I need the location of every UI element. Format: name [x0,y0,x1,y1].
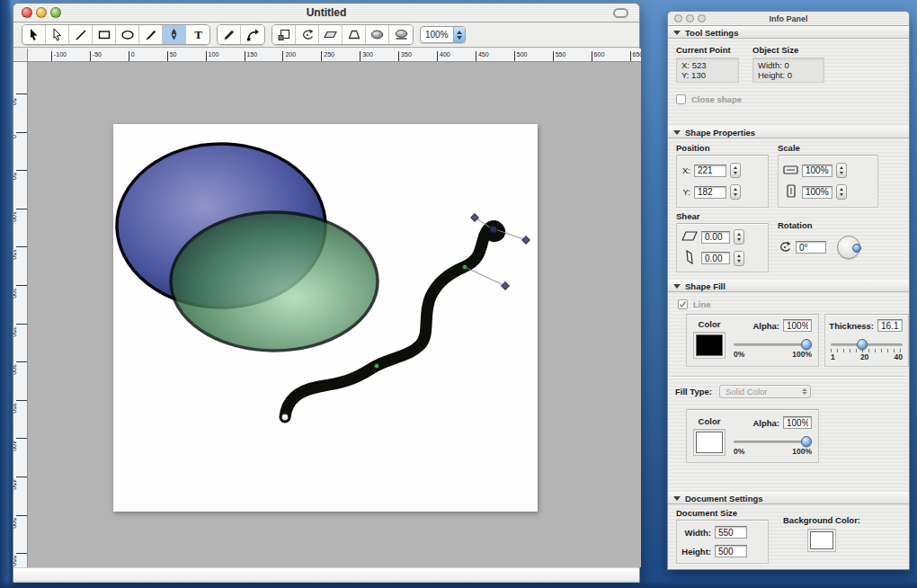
thickness-min-label: 1 [831,352,835,361]
tool-group-path [217,24,265,45]
gradient-tool-button[interactable] [366,25,389,44]
line-color-swatch[interactable] [696,334,723,356]
distort-icon [347,28,361,41]
position-x-field[interactable] [694,165,726,177]
text-tool-button[interactable]: T [186,25,209,44]
fill-alpha-field[interactable] [783,416,812,429]
position-y-stepper[interactable] [730,184,741,200]
position-x-stepper[interactable] [730,163,741,178]
disclosure-triangle-icon[interactable] [673,130,681,135]
pen-icon [167,28,181,41]
ruler-tick: 650 [630,51,631,62]
scale-vertical-stepper[interactable] [836,184,847,200]
section-title: Shape Fill [685,281,726,291]
ruler-tick: 300 [360,51,361,62]
anchor-point[interactable] [462,264,467,269]
green-ellipse-shape[interactable] [171,212,378,351]
shear-vertical-stepper[interactable] [734,251,744,266]
section-header-tool-settings[interactable]: Tool Settings [668,26,909,39]
anchor-point[interactable] [374,363,378,368]
shear-horizontal-stepper[interactable] [734,229,744,245]
convert-point-tool-button[interactable] [241,25,264,44]
rotate-tool-button[interactable] [296,25,319,44]
zoom-control[interactable]: 100% [420,26,466,43]
zoom-stepper[interactable] [453,26,465,43]
ruler-tick: 400 [437,51,438,62]
ruler-tick: 200 [16,285,27,286]
line-checkbox[interactable] [678,299,688,309]
doc-width-field[interactable] [715,526,747,539]
fill-color-well[interactable] [693,429,726,456]
brush-tool-button[interactable] [139,25,163,44]
ellipse-tool-button[interactable] [116,25,139,44]
disclosure-triangle-icon[interactable] [673,284,681,289]
background-color-well[interactable] [807,529,836,552]
fill-alpha-slider-knob[interactable] [801,436,812,447]
pencil-tool-button[interactable] [218,25,241,44]
info-panel-title: Info Panel [668,14,909,23]
canvas-area[interactable] [28,62,641,567]
shear-vertical-field[interactable] [701,252,730,264]
zoom-value: 100% [421,30,453,40]
fill-type-dropdown[interactable]: Solid Color [719,385,811,398]
object-size-width: 0 [785,60,789,70]
titlebar[interactable]: Untitled [13,4,639,22]
background-color-swatch[interactable] [810,531,833,549]
control-handle-point[interactable] [522,236,530,244]
line-icon [74,28,87,41]
disclosure-triangle-icon[interactable] [673,31,681,35]
thickness-field[interactable] [877,319,903,332]
ruler-tick: 400 [16,438,27,439]
line-alpha-slider[interactable] [734,339,812,350]
scale-vertical-field[interactable] [802,186,832,199]
section-header-shape-properties[interactable]: Shape Properties [668,126,909,138]
envelope-tool-button[interactable] [389,25,413,44]
disclosure-triangle-icon[interactable] [673,496,681,501]
distort-tool-button[interactable] [343,25,366,44]
selection-tool-button[interactable] [22,25,46,44]
selected-end-anchor-point[interactable] [490,226,497,233]
toolbar-toggle-button[interactable] [613,8,628,18]
fill-alpha-slider[interactable] [734,436,812,447]
line-tool-button[interactable] [69,25,93,44]
pencil-icon [222,28,236,41]
info-panel-titlebar[interactable]: Info Panel [668,12,909,26]
ruler-tick: 450 [476,51,476,62]
rotation-dial-knob[interactable] [852,244,861,253]
thickness-slider-knob[interactable] [857,339,868,350]
pen-tool-button[interactable] [163,25,186,44]
vertical-ruler: -50050100150200250300350400450500550 [13,62,28,567]
shear-horizontal-field[interactable] [701,231,730,244]
close-shape-label: Close shape [691,94,742,104]
line-alpha-slider-knob[interactable] [801,339,812,350]
tool-group-transform [272,24,414,45]
selection-arrow-icon [27,28,40,41]
control-handle-point[interactable] [502,282,509,290]
line-color-well[interactable] [693,332,726,359]
doc-height-field[interactable] [715,545,747,557]
close-shape-checkbox[interactable] [676,94,686,104]
scale-horizontal-field[interactable] [802,165,832,177]
ruler-tick: -50 [16,94,27,94]
scale-horizontal-stepper[interactable] [836,163,847,178]
shear-tool-button[interactable] [319,25,343,44]
ruler-tick: 250 [16,324,27,325]
section-header-shape-fill[interactable]: Shape Fill [668,280,909,292]
direct-selection-tool-button[interactable] [46,25,69,44]
line-alpha-field[interactable] [783,319,812,332]
rectangle-tool-button[interactable] [93,25,116,44]
line-color-label: Color [693,319,726,329]
scale-tool-button[interactable] [272,25,296,44]
fill-color-swatch[interactable] [696,432,723,453]
start-anchor-point[interactable] [281,414,289,421]
rectangle-icon [97,28,111,41]
rotation-dial[interactable] [837,236,860,259]
control-handle-point[interactable] [471,214,478,221]
section-title: Tool Settings [685,28,738,38]
thickness-slider[interactable] [831,339,903,350]
position-y-label: Y: [681,187,690,197]
position-y-field[interactable] [694,186,726,199]
ruler-tick: 550 [553,51,554,62]
rotation-field[interactable] [796,241,826,254]
section-header-document-settings[interactable]: Document Settings [668,492,909,504]
